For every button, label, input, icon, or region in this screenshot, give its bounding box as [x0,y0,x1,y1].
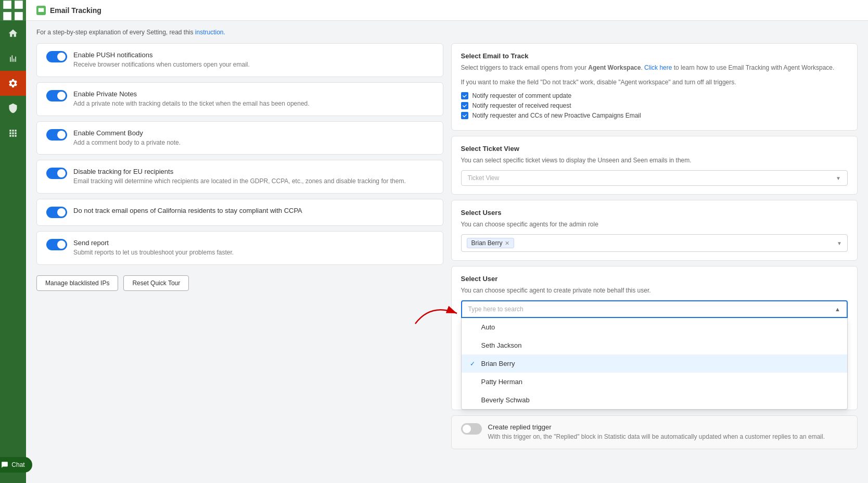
svg-rect-1 [15,1,23,9]
chat-label: Chat [11,461,24,468]
users-select-field[interactable]: Brian Berry ✕ ▼ [461,234,848,252]
svg-rect-0 [3,1,11,9]
create-replied-trigger-card: Create replied trigger With this trigger… [451,415,858,449]
send-report-desc: Submit reports to let us troubleshoot yo… [73,248,433,257]
ccpa-toggle[interactable] [46,207,67,218]
private-notes-label: Enable Private Notes [73,90,433,98]
checkbox-comment-update: Notify requester of comment update [461,92,848,99]
left-column: Enable PUSH notifications Receive browse… [36,43,443,291]
dropdown-item-patty[interactable]: Patty Herman [462,373,848,391]
select-user-dropdown: Auto Seth Jackson ✓ Brian Berry [461,318,848,410]
comment-body-label: Enable Comment Body [73,129,433,137]
sidebar-item-apps[interactable] [0,121,26,146]
comment-body-desc: Add a comment body to a private note. [73,138,433,147]
send-report-toggle[interactable] [46,239,67,250]
toggle-card-send-report: Send report Submit reports to let us tro… [36,231,443,265]
sidebar-item-home[interactable] [0,21,26,46]
select-user-title: Select User [461,275,848,283]
eu-recipients-desc: Email tracking will determine which reci… [73,177,433,186]
app-logo [0,0,26,21]
page-title: Email Tracking [50,6,101,15]
eu-recipients-label: Disable tracking for EU recipients [73,168,433,175]
ticket-view-desc: You can select specific ticket views to … [461,156,848,165]
sidebar-item-security[interactable] [0,96,26,121]
dropdown-item-brian[interactable]: ✓ Brian Berry [462,354,848,373]
private-notes-desc: Add a private note with tracking details… [73,99,433,108]
main-content: Email Tracking For a step-by-step explan… [26,0,868,483]
email-to-track-note: If you want to make the field "Do not tr… [461,78,848,87]
sidebar-item-analytics[interactable] [0,46,26,71]
sidebar-item-settings[interactable] [0,71,26,96]
select-user-desc: You can choose specific agent to create … [461,286,848,295]
toggle-card-ccpa: Do not track email opens of California r… [36,199,443,226]
dropdown-item-auto[interactable]: Auto [462,318,848,336]
send-report-label: Send report [73,239,433,247]
private-notes-toggle[interactable] [46,90,67,101]
user-tag-remove[interactable]: ✕ [505,240,509,247]
ticket-view-select[interactable]: Ticket View ▼ [461,170,848,186]
ccpa-label: Do not track email opens of California r… [73,207,433,214]
instruction-link[interactable]: instruction. [195,29,225,36]
select-user-chevron: ▲ [835,306,840,312]
dropdown-item-beverly[interactable]: Beverly Schwab [462,391,848,409]
svg-rect-2 [3,12,11,20]
select-users-title: Select Users [461,209,848,217]
checkbox-received-request: Notify requester of received request [461,102,848,109]
red-arrow [410,298,462,329]
app-icon [36,6,46,15]
reset-quick-tour-button[interactable]: Reset Quick Tour [123,275,189,291]
ticket-view-placeholder: Ticket View [468,174,500,182]
email-to-track-card: Select Email to Track Select triggers to… [451,43,858,131]
content-area: For a step-by-step explanation of every … [26,21,868,483]
select-users-card: Select Users You can choose specific age… [451,200,858,261]
push-notifications-label: Enable PUSH notifications [73,51,433,59]
select-user-search[interactable]: Type here to search ▲ [461,300,848,318]
select-user-card: Select User You can choose specific agen… [451,266,858,410]
toggle-card-private-notes: Enable Private Notes Add a private note … [36,82,443,116]
toggle-card-push-notifications: Enable PUSH notifications Receive browse… [36,43,443,77]
push-notifications-desc: Receive browser notifications when custo… [73,60,433,69]
user-tag-brian-berry: Brian Berry ✕ [467,238,514,248]
click-here-link[interactable]: Click here [644,64,672,71]
create-replied-desc: With this trigger on, the "Replied" bloc… [488,433,848,441]
checkbox-comment-update-icon[interactable] [461,92,468,99]
ticket-view-card: Select Ticket View You can select specif… [451,136,858,195]
comment-body-toggle[interactable] [46,129,67,141]
checkbox-received-request-icon[interactable] [461,102,468,109]
select-user-wrapper: Type here to search ▲ Auto Seth Jackson [461,300,848,410]
toggle-card-comment-body: Enable Comment Body Add a comment body t… [36,121,443,155]
action-buttons: Manage blacklisted IPs Reset Quick Tour [36,275,443,291]
checkbox-proactive-campaigns-icon[interactable] [461,112,468,119]
topbar: Email Tracking [26,0,868,21]
email-to-track-title: Select Email to Track [461,52,848,60]
select-users-desc: You can choose specific agents for the a… [461,220,848,229]
sidebar: Chat [0,0,26,483]
users-select-chevron: ▼ [837,240,842,246]
dropdown-item-seth[interactable]: Seth Jackson [462,336,848,354]
manage-blacklisted-button[interactable]: Manage blacklisted IPs [36,275,118,291]
create-replied-toggle[interactable] [461,423,482,435]
push-notifications-toggle[interactable] [46,51,67,62]
eu-recipients-toggle[interactable] [46,168,67,179]
ticket-view-chevron: ▼ [836,175,841,181]
info-bar: For a step-by-step explanation of every … [36,29,858,36]
create-replied-label: Create replied trigger [488,423,848,431]
svg-rect-3 [15,12,23,20]
right-column: Select Email to Track Select triggers to… [451,43,858,449]
toggle-card-eu-recipients: Disable tracking for EU recipients Email… [36,160,443,194]
two-column-layout: Enable PUSH notifications Receive browse… [36,43,858,449]
email-to-track-desc: Select triggers to track email opens fro… [461,63,848,72]
ticket-view-title: Select Ticket View [461,145,848,152]
checkbox-proactive-campaigns: Notify requester and CCs of new Proactiv… [461,112,848,119]
